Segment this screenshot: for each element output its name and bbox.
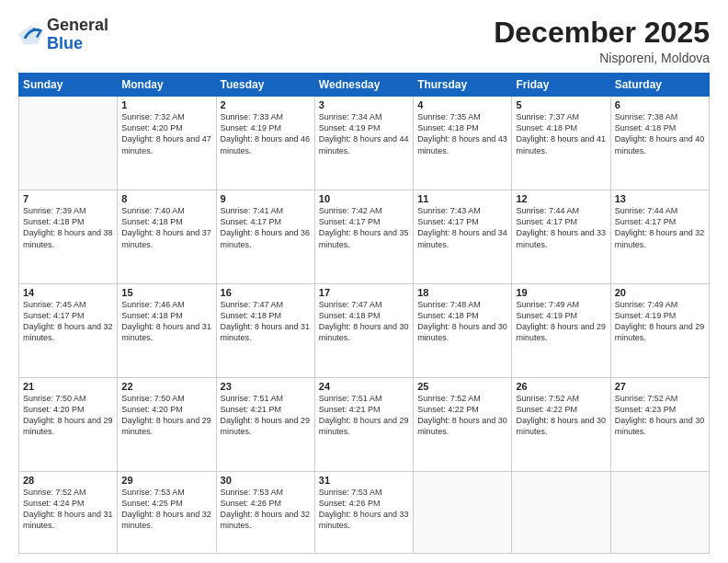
day-info: Sunrise: 7:53 AMSunset: 4:26 PMDaylight:… [319,487,409,532]
calendar-cell [19,97,118,190]
day-number: 17 [319,287,409,298]
day-number: 18 [417,287,507,298]
calendar-cell: 15Sunrise: 7:46 AMSunset: 4:18 PMDayligh… [118,284,216,378]
day-info: Sunrise: 7:34 AMSunset: 4:19 PMDaylight:… [319,111,409,156]
day-number: 20 [615,287,705,298]
day-info: Sunrise: 7:41 AMSunset: 4:17 PMDaylight:… [221,205,311,250]
day-number: 28 [23,475,113,486]
day-info: Sunrise: 7:52 AMSunset: 4:24 PMDaylight:… [23,487,113,532]
calendar-cell: 17Sunrise: 7:47 AMSunset: 4:18 PMDayligh… [314,284,413,378]
calendar-cell: 24Sunrise: 7:51 AMSunset: 4:21 PMDayligh… [314,377,413,471]
logo-blue: Blue [47,34,83,52]
calendar-cell [610,471,709,553]
logo-icon [18,22,44,48]
day-info: Sunrise: 7:37 AMSunset: 4:18 PMDaylight:… [516,111,606,156]
day-info: Sunrise: 7:33 AMSunset: 4:19 PMDaylight:… [221,111,311,156]
day-number: 21 [23,381,113,392]
day-info: Sunrise: 7:49 AMSunset: 4:19 PMDaylight:… [615,299,705,344]
calendar-week-4: 21Sunrise: 7:50 AMSunset: 4:20 PMDayligh… [19,377,710,471]
day-number: 8 [121,193,211,204]
day-info: Sunrise: 7:45 AMSunset: 4:17 PMDaylight:… [23,299,113,344]
day-number: 29 [121,475,211,486]
day-info: Sunrise: 7:50 AMSunset: 4:20 PMDaylight:… [23,393,113,438]
day-number: 3 [319,99,409,110]
day-info: Sunrise: 7:39 AMSunset: 4:18 PMDaylight:… [23,205,113,250]
calendar-cell: 26Sunrise: 7:52 AMSunset: 4:22 PMDayligh… [512,377,610,471]
weekday-header-saturday: Saturday [610,74,709,97]
calendar-week-1: 1Sunrise: 7:32 AMSunset: 4:20 PMDaylight… [19,97,710,190]
calendar-cell: 21Sunrise: 7:50 AMSunset: 4:20 PMDayligh… [19,377,118,471]
calendar-cell: 8Sunrise: 7:40 AMSunset: 4:18 PMDaylight… [118,190,216,284]
day-number: 11 [417,193,507,204]
logo-text: General Blue [47,17,108,53]
day-info: Sunrise: 7:53 AMSunset: 4:25 PMDaylight:… [121,487,211,532]
day-number: 24 [319,381,409,392]
weekday-header-monday: Monday [118,74,216,97]
calendar-cell: 16Sunrise: 7:47 AMSunset: 4:18 PMDayligh… [216,284,314,378]
calendar-cell: 22Sunrise: 7:50 AMSunset: 4:20 PMDayligh… [118,377,216,471]
day-info: Sunrise: 7:52 AMSunset: 4:23 PMDaylight:… [615,393,705,438]
calendar-cell: 23Sunrise: 7:51 AMSunset: 4:21 PMDayligh… [216,377,314,471]
calendar-cell [414,471,512,553]
weekday-header-thursday: Thursday [414,74,512,97]
day-number: 4 [417,99,507,110]
day-info: Sunrise: 7:52 AMSunset: 4:22 PMDaylight:… [516,393,606,438]
calendar-cell: 14Sunrise: 7:45 AMSunset: 4:17 PMDayligh… [19,284,118,378]
calendar-cell: 29Sunrise: 7:53 AMSunset: 4:25 PMDayligh… [118,471,216,553]
day-number: 12 [516,193,606,204]
header: General Blue December 2025 Nisporeni, Mo… [18,17,710,65]
calendar-cell [512,471,610,553]
calendar-cell: 25Sunrise: 7:52 AMSunset: 4:22 PMDayligh… [414,377,512,471]
calendar-cell: 31Sunrise: 7:53 AMSunset: 4:26 PMDayligh… [314,471,413,553]
day-info: Sunrise: 7:35 AMSunset: 4:18 PMDaylight:… [417,111,507,156]
day-number: 1 [121,99,211,110]
day-info: Sunrise: 7:53 AMSunset: 4:26 PMDaylight:… [221,487,311,532]
day-info: Sunrise: 7:32 AMSunset: 4:20 PMDaylight:… [121,111,211,156]
calendar-cell: 4Sunrise: 7:35 AMSunset: 4:18 PMDaylight… [414,97,512,190]
calendar: SundayMondayTuesdayWednesdayThursdayFrid… [18,73,710,554]
calendar-cell: 3Sunrise: 7:34 AMSunset: 4:19 PMDaylight… [314,97,413,190]
calendar-cell: 1Sunrise: 7:32 AMSunset: 4:20 PMDaylight… [118,97,216,190]
day-info: Sunrise: 7:47 AMSunset: 4:18 PMDaylight:… [221,299,311,344]
day-info: Sunrise: 7:44 AMSunset: 4:17 PMDaylight:… [615,205,705,250]
calendar-cell: 2Sunrise: 7:33 AMSunset: 4:19 PMDaylight… [216,97,314,190]
day-info: Sunrise: 7:51 AMSunset: 4:21 PMDaylight:… [221,393,311,438]
day-info: Sunrise: 7:43 AMSunset: 4:17 PMDaylight:… [417,205,507,250]
calendar-cell: 30Sunrise: 7:53 AMSunset: 4:26 PMDayligh… [216,471,314,553]
page: General Blue December 2025 Nisporeni, Mo… [0,0,728,563]
day-info: Sunrise: 7:52 AMSunset: 4:22 PMDaylight:… [417,393,507,438]
location: Nisporeni, Moldova [494,51,710,65]
day-info: Sunrise: 7:38 AMSunset: 4:18 PMDaylight:… [615,111,705,156]
weekday-header-sunday: Sunday [19,74,118,97]
day-number: 6 [615,99,705,110]
day-number: 13 [615,193,705,204]
day-info: Sunrise: 7:50 AMSunset: 4:20 PMDaylight:… [121,393,211,438]
calendar-cell: 27Sunrise: 7:52 AMSunset: 4:23 PMDayligh… [610,377,709,471]
weekday-header-tuesday: Tuesday [216,74,314,97]
day-number: 2 [221,99,311,110]
day-number: 16 [221,287,311,298]
calendar-cell: 11Sunrise: 7:43 AMSunset: 4:17 PMDayligh… [414,190,512,284]
logo-general: General [47,16,108,34]
logo: General Blue [18,17,108,53]
day-info: Sunrise: 7:40 AMSunset: 4:18 PMDaylight:… [121,205,211,250]
day-number: 22 [121,381,211,392]
day-info: Sunrise: 7:47 AMSunset: 4:18 PMDaylight:… [319,299,409,344]
calendar-cell: 18Sunrise: 7:48 AMSunset: 4:18 PMDayligh… [414,284,512,378]
day-number: 19 [516,287,606,298]
calendar-cell: 20Sunrise: 7:49 AMSunset: 4:19 PMDayligh… [610,284,709,378]
month-title: December 2025 [494,17,710,49]
day-info: Sunrise: 7:42 AMSunset: 4:17 PMDaylight:… [319,205,409,250]
calendar-cell: 6Sunrise: 7:38 AMSunset: 4:18 PMDaylight… [610,97,709,190]
day-number: 23 [221,381,311,392]
day-number: 9 [221,193,311,204]
day-info: Sunrise: 7:44 AMSunset: 4:17 PMDaylight:… [516,205,606,250]
day-number: 14 [23,287,113,298]
weekday-header-wednesday: Wednesday [314,74,413,97]
calendar-cell: 5Sunrise: 7:37 AMSunset: 4:18 PMDaylight… [512,97,610,190]
calendar-cell: 28Sunrise: 7:52 AMSunset: 4:24 PMDayligh… [19,471,118,553]
day-info: Sunrise: 7:46 AMSunset: 4:18 PMDaylight:… [121,299,211,344]
calendar-week-5: 28Sunrise: 7:52 AMSunset: 4:24 PMDayligh… [19,471,710,553]
day-number: 5 [516,99,606,110]
calendar-cell: 19Sunrise: 7:49 AMSunset: 4:19 PMDayligh… [512,284,610,378]
